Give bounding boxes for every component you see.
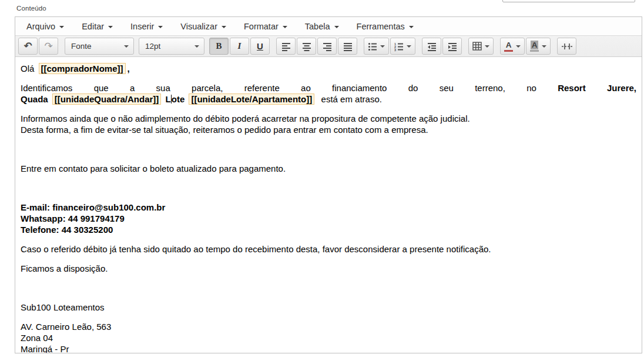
chevron-down-icon [334,26,339,28]
rich-text-editor: ArquivoEditarInserirVisualizarFormatarTa… [15,16,642,353]
numbered-list-button[interactable]: 123 [390,38,415,55]
text-run: está em atraso. [316,94,382,104]
outdent-button[interactable] [422,38,441,55]
menu-item-inserir[interactable]: Inserir [122,17,172,35]
underline-icon: U [257,41,263,51]
chevron-down-icon [407,45,411,48]
bold-button[interactable]: B [209,38,229,55]
numbered-list-icon: 123 [394,42,404,51]
text-run: ote [172,94,187,104]
menu-item-label: Editar [82,22,104,31]
font-family-value: Fonte [71,42,92,51]
bullet-list-icon [368,42,377,51]
menu-item-formatar[interactable]: Formatar [235,17,296,35]
menu-item-editar[interactable]: Editar [73,17,122,35]
undo-icon: ↶ [24,41,32,51]
chevron-down-icon [59,26,64,28]
italic-icon: I [238,41,242,51]
menu-item-visualizar[interactable]: Visualizar [172,17,235,35]
paragraph: Sub100 Loteamentos [21,302,636,313]
menu-bar: ArquivoEditarInserirVisualizarFormatarTa… [15,17,642,35]
background-color-icon: A [530,41,539,52]
font-size-select[interactable]: 12pt [139,38,204,55]
font-family-select[interactable]: Fonte [65,38,134,55]
menu-item-label: Visualizar [180,22,217,31]
text-color-icon: A [504,41,513,52]
page: Conteúdo ArquivoEditarInserirVisualizarF… [0,0,644,354]
align-right-icon [323,42,332,51]
align-left-icon [281,42,291,51]
text-run: Resort Jurere, [558,83,636,93]
chevron-down-icon [283,26,287,28]
redo-button[interactable]: ↷ [39,38,58,55]
align-left-button[interactable] [276,38,296,55]
svg-text:3: 3 [394,48,396,51]
text-run: Olá [21,64,37,74]
chevron-down-icon [409,26,414,28]
pagebreak-group [557,38,578,55]
chevron-down-icon [380,45,385,48]
merge-field-token[interactable]: [[unidadeLote/Apartamento]] [189,93,314,105]
chevron-down-icon [194,45,199,48]
chevron-down-icon [542,45,546,48]
text-run: AV. Carneiro Leão, 563 [21,322,111,332]
bullet-list-button[interactable] [364,38,389,55]
chevron-down-icon [124,45,129,48]
empty-paragraph [21,182,636,193]
merge-field-token[interactable]: [[compradorNome]] [39,63,126,74]
indent-group [422,38,463,55]
paragraph: Ficamos a disposição. [21,263,636,274]
chevron-down-icon [485,45,489,48]
paragraph: Entre em contato para solicitar o boleto… [21,163,636,174]
list-group: 123 [364,38,417,55]
background-color-button[interactable]: A [526,38,551,55]
font-size-value: 12pt [145,42,160,51]
merge-field-token[interactable]: [[unidadeQuadra/Andar]] [52,93,162,105]
page-break-button[interactable] [557,38,576,55]
paragraph: Olá [[compradorNome]], [21,63,636,74]
menu-item-label: Ferramentas [357,22,405,31]
text-run: Ficamos a disposição. [21,263,108,273]
italic-button[interactable]: I [230,38,249,55]
align-right-button[interactable] [317,38,337,55]
text-run: L [163,94,170,104]
alignment-group [276,38,358,55]
menu-item-tabela[interactable]: Tabela [296,17,348,35]
undo-button[interactable]: ↶ [18,38,38,55]
paragraph: Identificamos que a sua parcela, referen… [21,82,636,105]
outdent-icon [427,42,437,51]
editor-content[interactable]: Olá [[compradorNome]],Identificamos que … [15,57,642,353]
redo-icon: ↷ [44,41,52,51]
menu-item-label: Arquivo [26,22,55,31]
menu-item-ferramentas[interactable]: Ferramentas [348,17,422,35]
table-icon [472,42,482,51]
paragraph: AV. Carneiro Leão, 563Zona 04Maringá - P… [21,321,636,353]
empty-paragraph [21,282,636,293]
paragraph: Informamos ainda que o não adimplemento … [21,113,636,135]
text-run: Quada [21,94,51,104]
indent-button[interactable] [442,38,462,55]
text-style-group: B I U [209,38,271,55]
align-center-button[interactable] [297,38,316,55]
text-run: Desta forma, a fim de evitar-se tal situ… [21,125,428,135]
text-color-button[interactable]: A [500,38,525,55]
text-run: Zona 04 [21,333,53,343]
toolbar: ↶ ↷ Fonte 12pt B I U [15,35,642,57]
paragraph: Caso o referido débito já tenha sido qui… [21,243,636,255]
empty-paragraph [21,143,636,155]
content-field-label: Conteúdo [16,5,46,12]
text-run: Whatsapp: 44 991794179 [21,213,125,223]
table-button[interactable] [468,38,494,55]
text-run: E-mail: financeiro@sub100.com.br [21,202,165,212]
form-text-input-cutoff[interactable] [502,0,635,2]
align-center-icon [302,42,311,51]
chevron-down-icon [108,26,113,28]
menu-item-arquivo[interactable]: Arquivo [18,17,73,35]
underline-button[interactable]: U [250,38,270,55]
justify-button[interactable] [338,38,357,55]
indent-icon [448,42,457,51]
color-group: A A [500,38,552,55]
menu-item-label: Formatar [244,22,279,31]
text-run: Sub100 Loteamentos [21,302,105,312]
justify-icon [343,42,353,51]
